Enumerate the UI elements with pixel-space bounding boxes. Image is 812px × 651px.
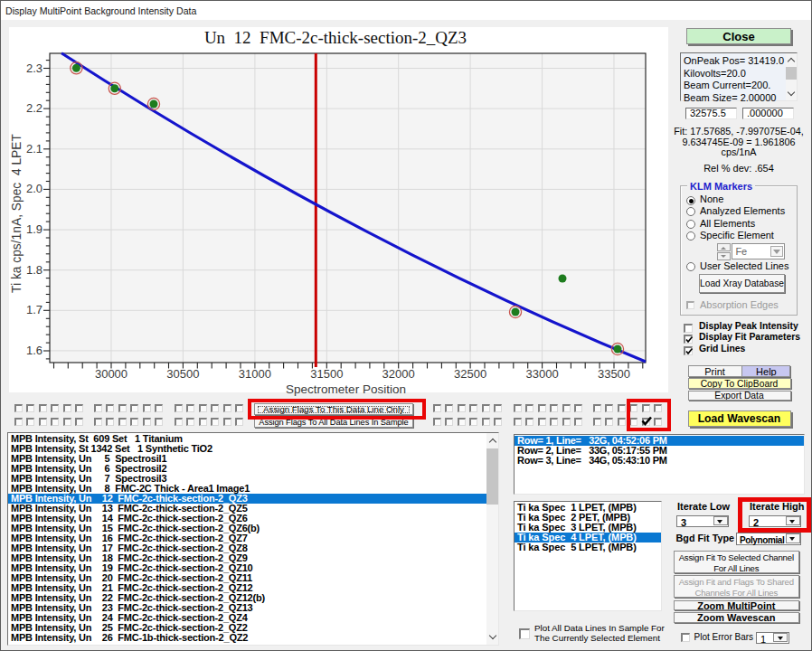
svg-text:Un 12 FMC-2c-thick-section-2: Un 12 FMC-2c-thick-section-2_QZ3 bbox=[204, 28, 467, 47]
svg-text:Ti ka cps/1nA, Spec 4 LPET: Ti ka cps/1nA, Spec 4 LPET bbox=[10, 134, 24, 293]
svg-text:2.3: 2.3 bbox=[26, 61, 42, 75]
svg-text:33000: 33000 bbox=[526, 367, 559, 381]
svg-text:31000: 31000 bbox=[239, 367, 271, 381]
svg-text:31500: 31500 bbox=[310, 367, 343, 381]
svg-text:1.7: 1.7 bbox=[26, 303, 42, 316]
svg-text:1.6: 1.6 bbox=[26, 344, 42, 357]
svg-text:1.8: 1.8 bbox=[26, 263, 42, 277]
svg-text:30000: 30000 bbox=[95, 367, 127, 381]
svg-text:30500: 30500 bbox=[166, 367, 199, 381]
svg-text:33500: 33500 bbox=[598, 367, 630, 381]
svg-text:2.2: 2.2 bbox=[26, 101, 42, 115]
svg-text:1.9: 1.9 bbox=[26, 222, 42, 236]
svg-text:32000: 32000 bbox=[382, 367, 415, 381]
svg-text:2.1: 2.1 bbox=[26, 142, 42, 156]
svg-text:Spectrometer Position: Spectrometer Position bbox=[286, 382, 406, 396]
svg-text:32500: 32500 bbox=[454, 367, 486, 381]
svg-text:2.0: 2.0 bbox=[26, 182, 42, 195]
